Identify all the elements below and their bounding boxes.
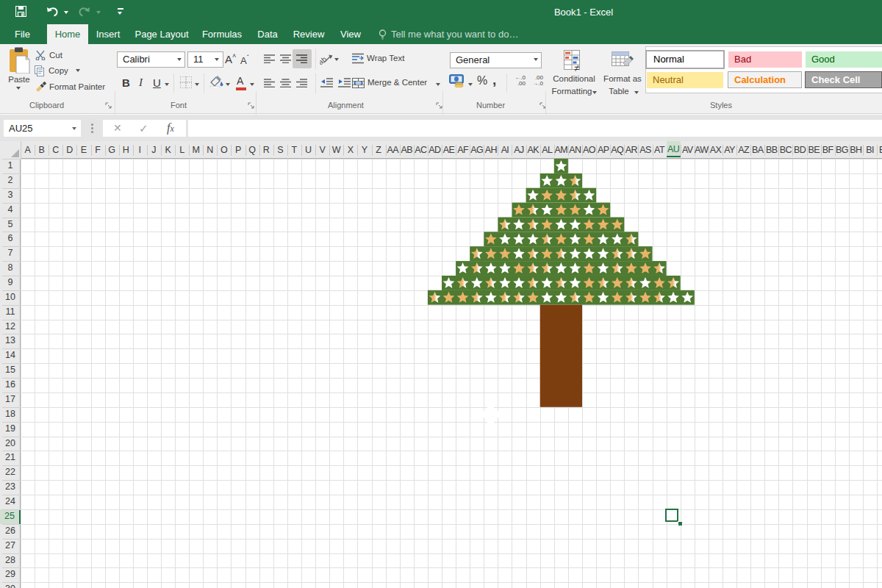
svg-text:≠: ≠ — [574, 62, 579, 72]
